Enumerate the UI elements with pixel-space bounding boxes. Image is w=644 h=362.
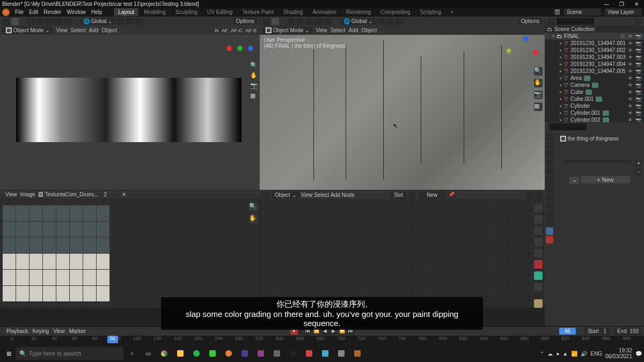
zoom-icon[interactable]: 🔍 <box>250 62 258 69</box>
current-frame-field[interactable]: 46 <box>559 328 576 335</box>
premiere-icon[interactable] <box>253 346 268 361</box>
camera-icon[interactable]: 📷 <box>635 69 642 74</box>
eye-icon[interactable]: 👁 <box>628 83 634 88</box>
zoom-icon[interactable]: 🔍 <box>249 203 258 211</box>
tool-icon[interactable] <box>534 204 543 212</box>
camera-icon[interactable]: 📷 <box>635 83 642 88</box>
tool-icon[interactable] <box>534 226 543 235</box>
tab-scripting[interactable]: Scripting <box>416 8 445 16</box>
new-material-button[interactable]: + New <box>581 176 630 183</box>
remove-slot-icon[interactable]: − <box>635 168 642 175</box>
chevron-right-icon[interactable]: ▸ <box>560 41 562 46</box>
chevron-right-icon[interactable]: ▸ <box>560 117 562 122</box>
tool-icon[interactable] <box>534 260 543 269</box>
outliner-item[interactable]: ▸ ▽ 20191230_134947.003 👁📷 <box>545 54 644 61</box>
orientation-dropdown[interactable]: 🌐 Global ⌄ <box>340 18 376 25</box>
eye-icon[interactable]: 👁 <box>628 117 634 123</box>
exclude-icon[interactable]: ☑ <box>620 34 627 39</box>
camera-icon[interactable]: 📷 <box>635 41 642 46</box>
scene-field[interactable]: Scene <box>564 9 601 16</box>
pivot-icon[interactable] <box>377 18 385 25</box>
end-frame-field[interactable]: End 150 <box>614 328 642 335</box>
menu-select[interactable]: Select <box>331 27 346 33</box>
menu-add[interactable]: Add <box>331 192 340 198</box>
clock[interactable]: 19:32 06/03/2021 <box>605 348 632 359</box>
new-button[interactable]: New <box>418 191 446 199</box>
material-slot[interactable] <box>562 160 632 163</box>
outliner-item[interactable]: ▸ ▽ Cylinder 👁📷 <box>545 102 644 109</box>
outliner-item[interactable]: ▸ ▽ 20191230_134947.005 👁📷 <box>545 68 644 75</box>
options-dropdown[interactable]: Options <box>233 18 258 25</box>
camera-icon[interactable]: 📷 <box>635 76 642 81</box>
chevron-right-icon[interactable]: ▸ <box>560 76 562 80</box>
snap-icon[interactable] <box>27 18 35 25</box>
menu-playback[interactable]: Playback <box>6 328 28 334</box>
camera-icon[interactable]: 📷 <box>635 97 642 102</box>
tab-physics-icon[interactable] <box>546 202 553 209</box>
backdrop-icon[interactable] <box>535 191 543 199</box>
blender-icon[interactable] <box>221 346 236 361</box>
tab-modeling[interactable]: Modeling <box>140 8 170 16</box>
start-button[interactable]: ⊞ <box>2 347 15 360</box>
outliner-root[interactable]: 🗀 Scene Collection <box>545 26 644 33</box>
tool-icon[interactable] <box>534 215 543 224</box>
tab-rendering[interactable]: Rendering <box>342 8 375 16</box>
volume-icon[interactable]: 🔊 <box>581 351 587 357</box>
orientation-dropdown[interactable]: 🌐 Global ⌄ <box>80 18 115 25</box>
af-n[interactable]: N <box>214 28 219 33</box>
menu-window[interactable]: Window <box>67 9 86 15</box>
menu-view[interactable]: View <box>301 192 313 198</box>
snap-icon[interactable] <box>306 18 313 25</box>
maximize-button[interactable]: ❐ <box>616 1 627 7</box>
pin-icon[interactable]: 📌 <box>448 191 456 199</box>
snap-icon[interactable] <box>55 18 62 25</box>
menu-object[interactable]: Object <box>101 27 117 33</box>
chevron-right-icon[interactable]: ▸ <box>560 90 562 94</box>
tab-world-icon[interactable] <box>546 167 553 175</box>
tab-texture[interactable]: Texture Paint <box>238 8 277 16</box>
move-icon[interactable]: ✋ <box>249 215 258 223</box>
backdrop-icon[interactable] <box>526 191 533 199</box>
options-dropdown[interactable]: Options <box>518 18 543 25</box>
playhead[interactable]: 50 <box>107 336 118 343</box>
tab-layout[interactable]: Layout <box>114 8 138 16</box>
tool-icon[interactable] <box>534 299 543 308</box>
shader-type[interactable]: Object ⌄ <box>272 191 299 198</box>
outliner-item[interactable]: ▸ ▽ Camera 👁📷 <box>545 82 644 88</box>
menu-view[interactable]: View <box>5 191 17 197</box>
add-slot-icon[interactable]: + <box>635 160 642 166</box>
move-icon[interactable]: ✋ <box>534 79 543 87</box>
menu-select[interactable]: Select <box>71 27 86 33</box>
camera-icon[interactable]: 📷 <box>635 104 642 109</box>
menu-file[interactable]: File <box>15 9 24 15</box>
tool-icon[interactable] <box>534 283 543 291</box>
taskview-icon[interactable]: ▭ <box>141 346 156 361</box>
viewport-left[interactable]: 🔳 Object Mode ⌄ View Select Add Object N… <box>0 26 260 190</box>
camera-icon[interactable]: 📷 <box>635 48 642 53</box>
tab-output-icon[interactable] <box>546 142 553 149</box>
menu-view[interactable]: View <box>56 27 68 33</box>
eye-icon[interactable]: 👁 <box>628 110 634 116</box>
tab-compositing[interactable]: Compositing <box>376 8 415 16</box>
slot-dropdown[interactable]: Slot <box>391 191 406 199</box>
cursor-tool-icon[interactable] <box>262 18 270 25</box>
chevron-right-icon[interactable]: ▸ <box>560 97 562 101</box>
mode-dropdown[interactable]: 🔳 Object Mode ⌄ <box>2 27 53 34</box>
chrome-icon[interactable] <box>157 346 172 361</box>
tray-icon[interactable]: ● <box>556 351 559 357</box>
tab-particle-icon[interactable] <box>546 193 553 201</box>
menu-view[interactable]: View <box>53 328 65 334</box>
outliner-item[interactable]: ▸ ▽ Cylinder.001 👁📷 <box>545 109 644 116</box>
tab-shading[interactable]: Shading <box>279 8 308 16</box>
outliner-item[interactable]: ▸ ▽ 20191230_134947.002 👁📷 <box>545 47 644 54</box>
app-icon[interactable] <box>269 346 284 361</box>
select-tool-icon[interactable] <box>11 18 19 25</box>
outliner-filter-icon[interactable] <box>547 18 555 25</box>
app-icon[interactable] <box>318 346 333 361</box>
menu-marker[interactable]: Marker <box>69 328 86 334</box>
eye-icon[interactable]: 👁 <box>628 90 634 95</box>
camera-icon[interactable]: 📷 <box>635 34 642 39</box>
tool-icon[interactable] <box>534 238 543 246</box>
eye-icon[interactable]: 👁 <box>628 34 634 39</box>
nav-gizmo[interactable]: Y <box>517 40 538 62</box>
